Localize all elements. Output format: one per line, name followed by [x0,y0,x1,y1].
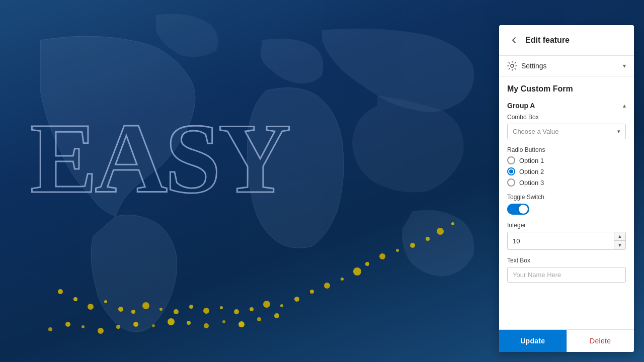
toggle-track[interactable] [507,204,529,215]
group-a-label: Group A [507,102,535,110]
combo-box-label: Combo Box [507,114,626,121]
spinner-down-button[interactable]: ▼ [614,241,625,249]
radio-option-3[interactable]: Option 3 [507,178,626,187]
integer-input-wrap: ▲ ▼ [507,232,626,250]
radio-label-3: Option 3 [519,179,544,187]
easy-title-text: EASY [30,101,289,216]
back-button[interactable] [507,33,521,47]
text-box-label: Text Box [507,257,626,264]
settings-row[interactable]: Settings ▾ [499,56,634,76]
settings-chevron-icon: ▾ [623,62,626,69]
integer-input[interactable] [508,232,614,249]
radio-option-2[interactable]: Option 2 [507,167,626,175]
toggle-switch-field: Toggle Switch [507,194,626,215]
text-box-field: Text Box [507,257,626,283]
form-title: My Custom Form [499,76,634,98]
toggle-wrap [507,204,626,215]
group-a-chevron-icon: ▴ [623,102,626,109]
toggle-thumb [519,205,528,214]
panel-footer: Update Delete [499,329,634,352]
combo-box-field: Combo Box Choose a Value ▾ [507,114,626,139]
text-box-input[interactable] [507,267,626,283]
integer-spinners: ▲ ▼ [614,232,625,249]
edit-feature-panel: Edit feature Settings ▾ My Custom Form G… [499,25,634,352]
settings-icon [507,61,517,71]
panel-title: Edit feature [525,36,570,45]
toggle-switch-label: Toggle Switch [507,194,626,201]
form-fields: Combo Box Choose a Value ▾ Radio Buttons… [499,114,634,296]
combo-box-chevron-icon: ▾ [617,128,620,135]
settings-label: Settings [521,62,623,70]
group-a-header[interactable]: Group A ▴ [499,98,634,114]
combo-box-value: Choose a Value [513,128,559,135]
spinner-up-button[interactable]: ▲ [614,232,625,241]
radio-buttons-label: Radio Buttons [507,146,626,153]
panel-header: Edit feature [499,25,634,56]
radio-outer-1 [507,156,515,164]
radio-outer-2 [507,167,515,175]
integer-label: Integer [507,222,626,229]
radio-inner-2 [509,169,513,173]
radio-buttons-field: Radio Buttons Option 1 Option 2 Option 3 [507,146,626,187]
panel-body[interactable]: Settings ▾ My Custom Form Group A ▴ Comb… [499,56,634,329]
radio-option-1[interactable]: Option 1 [507,156,626,164]
radio-label-1: Option 1 [519,157,544,164]
radio-label-2: Option 2 [519,168,544,175]
svg-point-42 [511,64,514,67]
delete-button[interactable]: Delete [567,330,634,352]
back-icon [510,36,518,44]
combo-box-select[interactable]: Choose a Value ▾ [507,124,626,139]
update-button[interactable]: Update [499,330,567,352]
integer-field: Integer ▲ ▼ [507,222,626,250]
radio-outer-3 [507,178,515,187]
